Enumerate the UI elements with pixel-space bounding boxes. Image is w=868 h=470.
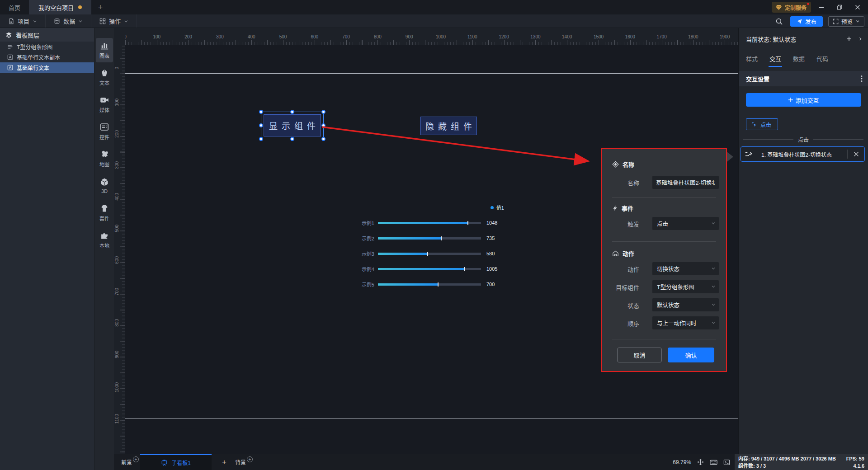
foreground-button[interactable]: 前景 +	[121, 454, 139, 470]
resize-handle[interactable]	[290, 110, 294, 114]
keyboard-shortcuts-icon[interactable]	[710, 459, 717, 465]
add-background-icon[interactable]: +	[247, 456, 253, 462]
chevron-down-icon	[711, 284, 716, 289]
menu-操作[interactable]: 操作	[91, 14, 137, 28]
name-input[interactable]	[652, 176, 719, 189]
ruler-v-label: 800	[114, 319, 119, 327]
kebab-menu-icon[interactable]	[861, 75, 863, 82]
layer-item[interactable]: 基础单行文本	[0, 62, 94, 73]
background-label: 背景	[235, 458, 246, 466]
subboard-tab[interactable]: 子看板1	[140, 454, 212, 470]
notification-dot	[807, 3, 809, 5]
background-button[interactable]: 背景 +	[235, 454, 253, 470]
console-icon[interactable]	[723, 459, 730, 465]
resize-handle[interactable]	[259, 123, 263, 127]
preview-button[interactable]: 预览	[828, 16, 864, 27]
strip-item-控件[interactable]: 控件	[96, 119, 113, 144]
custom-service-badge[interactable]: 定制服务	[772, 2, 811, 13]
ruler-v-label: 1100	[114, 414, 119, 424]
control-icon	[100, 122, 109, 132]
tab-数据[interactable]: 数据	[793, 54, 805, 67]
resize-handle[interactable]	[259, 137, 263, 141]
tab-交互[interactable]: 交互	[769, 54, 781, 67]
popup-select-状态[interactable]: 默认状态	[652, 298, 719, 311]
chart-bar-fill	[378, 253, 428, 255]
ruler-h-label: 900	[406, 34, 413, 39]
fit-screen-icon[interactable]	[697, 459, 704, 465]
confirm-button[interactable]: 确认	[668, 348, 714, 362]
bar-chart-component[interactable]: 值1 示例11048示例2735示例3580示例41005示例5700	[358, 202, 509, 299]
version-label: 4.1.6	[854, 462, 864, 470]
tab-代码[interactable]: 代码	[816, 54, 828, 67]
resize-handle[interactable]	[321, 137, 326, 141]
strip-item-文本[interactable]: 文本	[96, 65, 113, 89]
strip-item-3D[interactable]: 3D	[96, 174, 113, 198]
zoom-level[interactable]: 69.79%	[673, 459, 691, 465]
remove-interaction-icon[interactable]	[852, 151, 861, 157]
strip-item-媒体[interactable]: 媒体	[96, 92, 113, 117]
click-filter-chip[interactable]: 点击	[746, 118, 778, 130]
chart-row: 示例3580	[358, 246, 509, 261]
grid-icon	[99, 18, 106, 24]
tab-home[interactable]: 首页	[0, 0, 29, 14]
trigger-select[interactable]: 点击	[652, 217, 719, 230]
branch-arrow-icon	[745, 150, 753, 158]
layer-item[interactable]: T型分组条形图	[0, 42, 94, 52]
popup-select-value: 与上一动作同时	[657, 319, 697, 327]
resize-handle[interactable]	[259, 110, 263, 114]
chevron-down-icon	[711, 266, 716, 271]
chart-category-label: 示例4	[358, 265, 374, 273]
tab-project-active[interactable]: 我的空白项目	[29, 0, 91, 14]
canvas[interactable]: 0100200300400500600700800900100011001200…	[114, 28, 738, 454]
strip-item-图表[interactable]: 图表	[96, 38, 113, 62]
cancel-button[interactable]: 取消	[617, 348, 662, 362]
ruler-v-label: 500	[114, 225, 119, 232]
hide-component-label: 隐藏组件	[425, 120, 476, 132]
popup-select-value: T型分组条形图	[657, 282, 694, 291]
menu-项目[interactable]: 项目	[0, 14, 46, 28]
ruler-v-label: 400	[114, 193, 119, 201]
strip-item-地图[interactable]: 地图	[96, 146, 113, 171]
new-tab-button[interactable]: +	[91, 0, 109, 14]
name-section-header: 名称	[612, 160, 634, 169]
close-button[interactable]	[850, 0, 865, 14]
add-state-icon[interactable]	[846, 36, 852, 42]
search-icon[interactable]	[774, 18, 785, 25]
interaction-item[interactable]: 1. 基础堆叠柱状图2-切换状态	[741, 146, 865, 162]
strip-item-套件[interactable]: 套件	[96, 201, 113, 225]
add-interaction-button[interactable]: 添加交互	[746, 93, 861, 107]
hide-component-button[interactable]: 隐藏组件	[420, 117, 477, 135]
add-interaction-label: 添加交互	[795, 96, 819, 104]
interaction-item-label: 1. 基础堆叠柱状图2-切换状态	[761, 150, 843, 158]
popup-select-动作[interactable]: 切换状态	[652, 262, 719, 275]
strip-item-本地[interactable]: 本地	[96, 228, 113, 252]
chevron-down-icon	[33, 19, 37, 24]
add-board-button[interactable]: +	[218, 454, 231, 470]
maximize-icon	[837, 5, 842, 10]
show-component-button[interactable]: 显示组件	[264, 114, 321, 136]
strip-item-label: 媒体	[99, 106, 109, 113]
popup-select-顺序[interactable]: 与上一动作同时	[652, 316, 719, 329]
ruler-v-label: 900	[114, 351, 119, 358]
tab-样式[interactable]: 样式	[746, 54, 758, 67]
close-icon	[855, 5, 860, 10]
map-icon	[100, 150, 109, 159]
menu-数据[interactable]: 数据	[46, 14, 91, 28]
resize-handle[interactable]	[321, 123, 326, 127]
publish-button[interactable]: 发布	[790, 16, 823, 27]
show-component-widget[interactable]: 显示组件	[264, 114, 321, 136]
resize-handle[interactable]	[321, 110, 326, 114]
ruler-v-label: 200	[114, 130, 119, 138]
resize-handle[interactable]	[290, 137, 294, 141]
popup-row-label: 目标组件	[616, 283, 639, 291]
maximize-button[interactable]	[832, 0, 847, 14]
add-foreground-icon[interactable]: +	[133, 456, 139, 462]
popup-row-label: 动作	[627, 265, 639, 273]
chevron-right-icon[interactable]	[858, 37, 863, 41]
kit-icon	[100, 204, 109, 213]
popup-select-目标组件[interactable]: T型分组条形图	[652, 280, 719, 293]
layer-item[interactable]: 基础单行文本副本	[0, 52, 94, 62]
minimize-button[interactable]	[814, 0, 829, 14]
ruler-h-label: 100	[153, 34, 160, 39]
performance-stats: 内存: 949 / 3107 / 4096 MB 2077 / 3026 MB …	[735, 454, 868, 470]
